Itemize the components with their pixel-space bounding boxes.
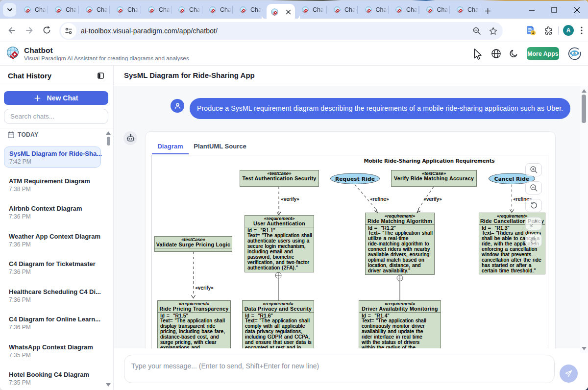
scroll-up-arrow[interactable]	[106, 131, 111, 135]
node-body: Id = "R1.6" Text= "The application shall…	[243, 313, 314, 349]
minimize-button[interactable]	[520, 1, 543, 19]
tab-title: Cha	[220, 6, 232, 13]
browser-tab[interactable]: Cha	[358, 1, 389, 19]
browser-tab[interactable]: Cha	[419, 1, 450, 19]
tab-search-button[interactable]	[3, 3, 16, 17]
vp-favicon	[395, 6, 402, 13]
collapse-sidebar-icon[interactable]	[98, 73, 104, 79]
requirement-node[interactable]: «requirement» Driver Availability Monito…	[359, 300, 441, 348]
stereotype-label: «requirement»	[158, 301, 230, 306]
chat-item-time: 7:38 PM	[9, 186, 31, 193]
header-actions: More Apps	[491, 42, 582, 65]
chat-item-title: Hotel Booking C4 Diagram	[9, 371, 102, 378]
search-chats-box[interactable]	[4, 109, 108, 124]
close-window-button[interactable]	[565, 1, 588, 19]
requirement-node[interactable]: «requirement» Data Privacy and Security …	[242, 300, 314, 348]
testcase-node[interactable]: «testCase» Validate Surge Pricing Logic	[154, 236, 232, 252]
maximize-button[interactable]	[543, 1, 565, 19]
zoom-in-button[interactable]	[525, 163, 542, 176]
main-scrollbar[interactable]	[580, 86, 588, 353]
browser-tab[interactable]: Cha	[79, 1, 110, 19]
tab-diagram[interactable]: Diagram	[152, 139, 189, 153]
chat-history-item[interactable]: Weather App Context Diagram 7:36 PM	[4, 230, 101, 251]
node-name: Ride Matching Algorithm	[366, 219, 434, 224]
browser-tab[interactable]: Cha	[202, 1, 233, 19]
zoom-indicator-icon[interactable]	[472, 26, 481, 35]
browser-tab[interactable]: Cha	[295, 1, 327, 19]
url-text[interactable]: ai-toolbox.visual-paradigm.com/app/chatb…	[81, 27, 218, 35]
forward-icon[interactable]	[24, 25, 34, 35]
message-input-box[interactable]	[124, 355, 555, 383]
browser-tab-active[interactable]	[267, 4, 295, 20]
profile-avatar[interactable]: A	[563, 25, 574, 36]
expand-icon	[530, 219, 538, 227]
translate-icon[interactable]	[525, 24, 537, 36]
address-bar[interactable]: ai-toolbox.visual-paradigm.com/app/chatb…	[59, 22, 503, 40]
chat-history-item[interactable]: C4 Diagram for Ticketmaster 7:36 PM	[4, 257, 101, 278]
browser-tab[interactable]: Cha	[17, 1, 48, 19]
node-name: Ride Pricing Transparency	[158, 306, 230, 312]
tab-title: Cha	[313, 6, 324, 13]
vp-favicon	[55, 6, 62, 13]
chatbot-badge-icon[interactable]	[567, 46, 582, 61]
browser-tab[interactable]: Cha	[141, 1, 172, 19]
usecase-label: Request Ride	[335, 176, 375, 182]
chat-history-item[interactable]: WhatsApp Context Diagram 7:35 PM	[4, 341, 101, 362]
bookmark-star-icon[interactable]	[489, 26, 498, 36]
vp-favicon	[426, 6, 433, 13]
fullscreen-button[interactable]	[525, 217, 542, 230]
language-globe-icon[interactable]	[491, 49, 501, 59]
relation-label: «verify»	[281, 196, 299, 202]
testcase-node[interactable]: «testCase» Test Authentication Security	[240, 170, 319, 187]
tab-strip: Cha Cha Cha Cha Cha Cha Cha Cha Cha Cha …	[0, 1, 588, 19]
message-textarea[interactable]	[131, 362, 543, 379]
scroll-up-arrow[interactable]	[582, 89, 587, 93]
requirement-node[interactable]: «requirement» Ride Pricing Transparency …	[157, 300, 231, 348]
extensions-icon[interactable]	[544, 25, 554, 35]
sidebar-divider	[0, 128, 113, 128]
scroll-down-arrow[interactable]	[106, 383, 111, 387]
assistant-avatar	[123, 131, 137, 145]
diagram-panel[interactable]: Mobile Ride-Sharing Application Requirem…	[151, 155, 548, 348]
pan-button[interactable]	[525, 234, 542, 247]
chat-history-item[interactable]: Airbnb Context Diagram 7:36 PM	[4, 202, 101, 223]
browser-tab[interactable]: Cha	[389, 1, 419, 19]
send-button[interactable]	[560, 365, 578, 383]
browser-tab[interactable]: Cha	[110, 1, 141, 19]
tab-plantuml-source[interactable]: PlantUML Source	[193, 139, 247, 153]
search-input[interactable]	[10, 113, 98, 120]
browser-tab[interactable]: Cha	[172, 1, 202, 19]
relation-label: «verify»	[423, 196, 442, 202]
requirement-node[interactable]: «requirement» Ride Matching Algorithm Id…	[365, 213, 435, 275]
chat-history-item[interactable]: Healthcare Scheduling C4 Di... 7:36 PM	[4, 285, 101, 306]
new-chat-label: New Chat	[47, 94, 78, 102]
chat-history-item[interactable]: SysML Diagram for Ride-Sha... 7:42 PM	[4, 146, 101, 168]
requirement-node[interactable]: «requirement» User Authentication Id = "…	[245, 215, 314, 272]
reload-icon[interactable]	[42, 25, 51, 35]
browser-tab[interactable]: Cha	[327, 1, 358, 19]
new-tab-button[interactable]	[482, 5, 493, 16]
scrollbar-thumb[interactable]	[582, 95, 586, 123]
node-name: Data Privacy and Security	[243, 306, 314, 312]
site-info-button[interactable]	[61, 23, 76, 39]
zoom-out-button[interactable]	[525, 181, 542, 195]
testcase-node[interactable]: «testCase» Verify Ride Matching Accuracy	[391, 170, 477, 187]
browser-tab[interactable]: Cha	[450, 1, 479, 19]
sidebar-scrollbar[interactable]	[105, 128, 112, 390]
dark-mode-moon-icon[interactable]	[509, 49, 518, 58]
new-chat-button[interactable]: New Chat	[4, 91, 108, 105]
scrollbar-thumb[interactable]	[107, 137, 110, 146]
tab-close-button[interactable]	[285, 8, 293, 16]
chat-history-item[interactable]: C4 Diagram for Online Learn... 7:36 PM	[4, 313, 101, 334]
back-icon[interactable]	[7, 25, 17, 35]
reset-zoom-button[interactable]	[525, 199, 542, 212]
chat-history-item[interactable]: Hotel Booking C4 Diagram 7:35 PM	[4, 368, 101, 389]
browser-tab[interactable]: Cha	[48, 1, 79, 19]
scroll-down-arrow[interactable]	[582, 347, 587, 350]
site-settings-icon	[64, 26, 73, 35]
browser-tab[interactable]: Cha	[233, 1, 264, 19]
kebab-menu-icon[interactable]	[577, 25, 586, 35]
chat-history-item[interactable]: ATM Requirement Diagram 7:38 PM	[4, 174, 101, 195]
usecase-ellipse[interactable]: Request Ride	[330, 173, 380, 184]
more-apps-button[interactable]: More Apps	[527, 47, 559, 60]
